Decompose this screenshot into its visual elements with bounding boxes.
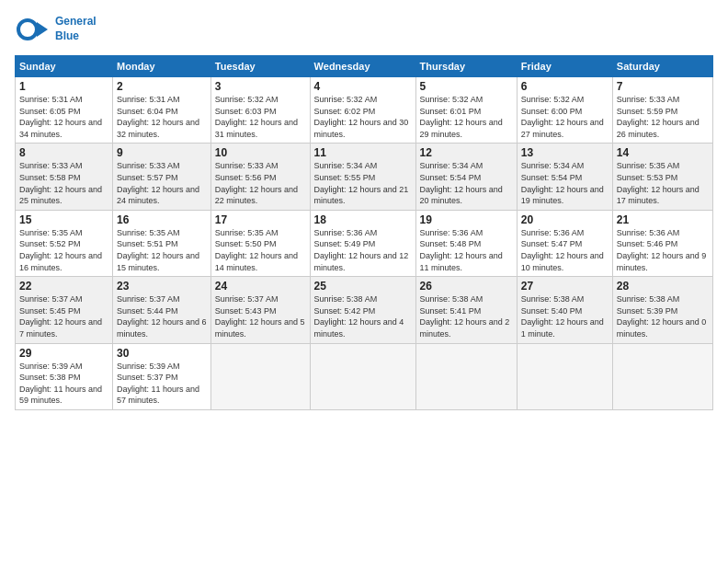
day-info: Sunrise: 5:33 AMSunset: 5:57 PMDaylight:…	[117, 160, 207, 206]
day-info: Sunrise: 5:37 AMSunset: 5:45 PMDaylight:…	[19, 293, 108, 339]
day-info: Sunrise: 5:34 AMSunset: 5:54 PMDaylight:…	[420, 160, 513, 206]
day-info: Sunrise: 5:32 AMSunset: 6:00 PMDaylight:…	[521, 94, 609, 140]
day-info: Sunrise: 5:36 AMSunset: 5:48 PMDaylight:…	[420, 227, 513, 273]
day-info: Sunrise: 5:38 AMSunset: 5:42 PMDaylight:…	[314, 293, 412, 339]
day-info: Sunrise: 5:38 AMSunset: 5:40 PMDaylight:…	[521, 293, 609, 339]
day-number: 18	[314, 213, 412, 226]
table-row: 22Sunrise: 5:37 AMSunset: 5:45 PMDayligh…	[16, 277, 113, 343]
day-info: Sunrise: 5:38 AMSunset: 5:39 PMDaylight:…	[617, 293, 709, 339]
day-info: Sunrise: 5:39 AMSunset: 5:38 PMDaylight:…	[19, 361, 108, 407]
day-number: 15	[19, 213, 108, 226]
day-info: Sunrise: 5:36 AMSunset: 5:49 PMDaylight:…	[314, 227, 412, 273]
table-row	[517, 343, 612, 409]
table-row: 3Sunrise: 5:32 AMSunset: 6:03 PMDaylight…	[210, 77, 310, 144]
day-number: 12	[420, 146, 513, 159]
day-number: 7	[617, 80, 709, 93]
day-info: Sunrise: 5:35 AMSunset: 5:50 PMDaylight:…	[215, 227, 306, 273]
day-info: Sunrise: 5:35 AMSunset: 5:51 PMDaylight:…	[117, 227, 207, 273]
col-header-thursday: Thursday	[415, 56, 517, 77]
table-row: 15Sunrise: 5:35 AMSunset: 5:52 PMDayligh…	[16, 210, 113, 276]
day-number: 20	[521, 213, 609, 226]
table-row	[210, 343, 310, 409]
day-number: 19	[420, 213, 513, 226]
col-header-monday: Monday	[113, 56, 211, 77]
col-header-sunday: Sunday	[16, 56, 113, 77]
day-number: 23	[117, 280, 207, 293]
day-info: Sunrise: 5:34 AMSunset: 5:55 PMDaylight:…	[314, 160, 412, 206]
day-info: Sunrise: 5:31 AMSunset: 6:05 PMDaylight:…	[19, 94, 108, 140]
table-row: 20Sunrise: 5:36 AMSunset: 5:47 PMDayligh…	[517, 210, 612, 276]
table-row	[415, 343, 517, 409]
table-row: 19Sunrise: 5:36 AMSunset: 5:48 PMDayligh…	[415, 210, 517, 276]
day-number: 30	[117, 347, 207, 360]
day-number: 27	[521, 280, 609, 293]
logo-svg	[15, 11, 51, 48]
day-number: 14	[617, 146, 709, 159]
table-row: 13Sunrise: 5:34 AMSunset: 5:54 PMDayligh…	[517, 144, 612, 210]
day-info: Sunrise: 5:37 AMSunset: 5:44 PMDaylight:…	[117, 293, 207, 339]
day-number: 17	[215, 213, 306, 226]
day-number: 16	[117, 213, 207, 226]
table-row: 21Sunrise: 5:36 AMSunset: 5:46 PMDayligh…	[612, 210, 712, 276]
col-header-saturday: Saturday	[612, 56, 712, 77]
table-row: 14Sunrise: 5:35 AMSunset: 5:53 PMDayligh…	[612, 144, 712, 210]
day-number: 5	[420, 80, 513, 93]
table-row: 16Sunrise: 5:35 AMSunset: 5:51 PMDayligh…	[113, 210, 211, 276]
table-row: 18Sunrise: 5:36 AMSunset: 5:49 PMDayligh…	[310, 210, 415, 276]
table-row: 28Sunrise: 5:38 AMSunset: 5:39 PMDayligh…	[612, 277, 712, 343]
day-number: 13	[521, 146, 609, 159]
day-number: 2	[117, 80, 207, 93]
table-row: 4Sunrise: 5:32 AMSunset: 6:02 PMDaylight…	[310, 77, 415, 144]
table-row: 30Sunrise: 5:39 AMSunset: 5:37 PMDayligh…	[113, 343, 211, 409]
day-info: Sunrise: 5:35 AMSunset: 5:53 PMDaylight:…	[617, 160, 709, 206]
table-row: 27Sunrise: 5:38 AMSunset: 5:40 PMDayligh…	[517, 277, 612, 343]
logo-text-general: General	[55, 15, 97, 29]
table-row: 11Sunrise: 5:34 AMSunset: 5:55 PMDayligh…	[310, 144, 415, 210]
day-info: Sunrise: 5:37 AMSunset: 5:43 PMDaylight:…	[215, 293, 306, 339]
col-header-wednesday: Wednesday	[310, 56, 415, 77]
day-info: Sunrise: 5:38 AMSunset: 5:41 PMDaylight:…	[420, 293, 513, 339]
table-row: 7Sunrise: 5:33 AMSunset: 5:59 PMDaylight…	[612, 77, 712, 144]
table-row	[612, 343, 712, 409]
day-number: 8	[19, 146, 108, 159]
day-info: Sunrise: 5:31 AMSunset: 6:04 PMDaylight:…	[117, 94, 207, 140]
table-row: 8Sunrise: 5:33 AMSunset: 5:58 PMDaylight…	[16, 144, 113, 210]
day-info: Sunrise: 5:36 AMSunset: 5:46 PMDaylight:…	[617, 227, 709, 273]
table-row: 1Sunrise: 5:31 AMSunset: 6:05 PMDaylight…	[16, 77, 113, 144]
day-number: 3	[215, 80, 306, 93]
day-number: 11	[314, 146, 412, 159]
calendar-table: SundayMondayTuesdayWednesdayThursdayFrid…	[15, 55, 713, 410]
day-info: Sunrise: 5:32 AMSunset: 6:03 PMDaylight:…	[215, 94, 306, 140]
day-number: 22	[19, 280, 108, 293]
day-number: 6	[521, 80, 609, 93]
table-row: 2Sunrise: 5:31 AMSunset: 6:04 PMDaylight…	[113, 77, 211, 144]
day-number: 26	[420, 280, 513, 293]
day-info: Sunrise: 5:39 AMSunset: 5:37 PMDaylight:…	[117, 361, 207, 407]
table-row: 23Sunrise: 5:37 AMSunset: 5:44 PMDayligh…	[113, 277, 211, 343]
logo-text-blue: Blue	[55, 29, 97, 44]
day-number: 21	[617, 213, 709, 226]
table-row: 26Sunrise: 5:38 AMSunset: 5:41 PMDayligh…	[415, 277, 517, 343]
col-header-friday: Friday	[517, 56, 612, 77]
day-number: 1	[19, 80, 108, 93]
table-row	[310, 343, 415, 409]
day-number: 29	[19, 347, 108, 360]
day-number: 9	[117, 146, 207, 159]
table-row: 17Sunrise: 5:35 AMSunset: 5:50 PMDayligh…	[210, 210, 310, 276]
table-row: 10Sunrise: 5:33 AMSunset: 5:56 PMDayligh…	[210, 144, 310, 210]
table-row: 24Sunrise: 5:37 AMSunset: 5:43 PMDayligh…	[210, 277, 310, 343]
day-info: Sunrise: 5:34 AMSunset: 5:54 PMDaylight:…	[521, 160, 609, 206]
day-number: 25	[314, 280, 412, 293]
table-row: 5Sunrise: 5:32 AMSunset: 6:01 PMDaylight…	[415, 77, 517, 144]
day-number: 24	[215, 280, 306, 293]
day-info: Sunrise: 5:33 AMSunset: 5:58 PMDaylight:…	[19, 160, 108, 206]
day-number: 4	[314, 80, 412, 93]
table-row: 6Sunrise: 5:32 AMSunset: 6:00 PMDaylight…	[517, 77, 612, 144]
day-info: Sunrise: 5:36 AMSunset: 5:47 PMDaylight:…	[521, 227, 609, 273]
col-header-tuesday: Tuesday	[210, 56, 310, 77]
day-info: Sunrise: 5:33 AMSunset: 5:59 PMDaylight:…	[617, 94, 709, 140]
table-row: 29Sunrise: 5:39 AMSunset: 5:38 PMDayligh…	[16, 343, 113, 409]
day-number: 28	[617, 280, 709, 293]
table-row: 25Sunrise: 5:38 AMSunset: 5:42 PMDayligh…	[310, 277, 415, 343]
day-number: 10	[215, 146, 306, 159]
